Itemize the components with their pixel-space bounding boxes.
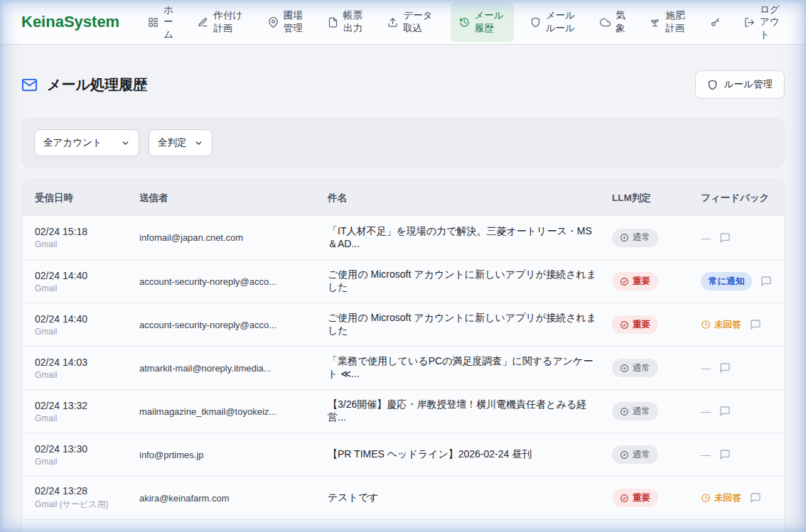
- llm-judgement-badge: 重要: [612, 315, 658, 334]
- sender-email: atmarkit-mail@noreply.itmedia...: [139, 363, 328, 374]
- received-datetime: 02/24 13:30: [35, 443, 139, 455]
- comment-icon: [719, 362, 731, 374]
- shield-icon: [530, 17, 541, 28]
- nav-item-planting-plan[interactable]: 作付け計画: [190, 5, 251, 38]
- mail-subject: テストです: [328, 492, 612, 504]
- document-icon: [328, 17, 338, 28]
- main-content: メール処理履歴 ルール管理 全アカウント 全判定 受信日時 送信者 件名 LLM…: [0, 45, 806, 532]
- received-datetime: 02/24 13:32: [35, 400, 139, 411]
- sender-email: infomail@japan.cnet.com: [139, 232, 328, 243]
- received-datetime: 02/24 13:28: [35, 485, 139, 496]
- nav-item-label: 圃場管理: [284, 9, 304, 34]
- circle-check-icon: [620, 277, 629, 286]
- comment-button[interactable]: [750, 319, 761, 330]
- comment-icon: [750, 319, 761, 330]
- nav-item-label: ログアウト: [760, 4, 780, 41]
- account-label: Gmail: [35, 283, 139, 293]
- account-label: Gmail (サービス用): [35, 499, 139, 511]
- nav-item-label: 作付け計画: [213, 9, 244, 34]
- circle-check-icon: [620, 320, 629, 330]
- table-row[interactable]: 02/24 12:10digital@kochinews.jp四万十福祉専門学校…: [22, 519, 784, 532]
- llm-judgement-badge: 通常: [612, 229, 658, 247]
- page-title: メール処理履歴: [21, 75, 147, 94]
- app-logo[interactable]: KeinaSystem: [21, 13, 119, 31]
- comment-icon: [761, 276, 772, 287]
- table-header-row: 受信日時 送信者 件名 LLM判定 フィードバック: [22, 180, 784, 216]
- nav-item-label: 気象: [616, 9, 626, 34]
- nav-item-logout[interactable]: ログアウト: [737, 0, 788, 45]
- chevron-down-icon: [194, 139, 203, 148]
- nav-item-report-output[interactable]: 帳票出力: [321, 5, 371, 38]
- table-row[interactable]: 02/24 14:40Gmailaccount-security-noreply…: [22, 303, 784, 346]
- table-row[interactable]: 02/24 15:18Gmailinfomail@japan.cnet.com「…: [22, 216, 784, 259]
- nav-item-label: メール履歴: [475, 9, 505, 34]
- feedback-status: 未回答: [701, 492, 741, 504]
- comment-button[interactable]: [719, 362, 731, 374]
- rule-manage-button[interactable]: ルール管理: [695, 70, 785, 99]
- mail-subject: 「IT人材不足」を現場の力で解決。三菱オートリース・MS＆AD...: [328, 225, 612, 251]
- sender-email: info@prtimes.jp: [139, 450, 328, 460]
- comment-icon: [719, 232, 731, 244]
- circle-check-icon: [620, 494, 629, 503]
- history-icon: [459, 17, 470, 28]
- map-pin-icon: [268, 17, 279, 28]
- page-title-text: メール処理履歴: [47, 75, 147, 94]
- table-row[interactable]: 02/24 14:40Gmailaccount-security-noreply…: [22, 259, 784, 303]
- mail-subject: ご使用の Microsoft アカウントに新しいアプリが接続されました: [328, 312, 612, 337]
- nav-item-fertilizer-plan[interactable]: 施肥計画: [643, 5, 693, 38]
- home-grid-icon: [148, 17, 158, 28]
- mail-icon: [21, 77, 38, 93]
- table-row[interactable]: 02/24 14:03Gmailatmarkit-mail@noreply.it…: [22, 346, 784, 389]
- table-row[interactable]: 02/24 13:32Gmailmailmagazine_tkmail@toyo…: [22, 389, 784, 433]
- nav-item-weather[interactable]: 気象: [593, 5, 633, 38]
- llm-judgement-badge: 重要: [612, 272, 658, 291]
- comment-button[interactable]: [719, 449, 731, 460]
- comment-icon: [750, 492, 761, 504]
- sender-email: mailmagazine_tkmail@toyokeiz...: [139, 406, 328, 417]
- nav-item-label: 帳票出力: [343, 9, 364, 34]
- comment-icon: [719, 449, 731, 460]
- upload-icon: [387, 17, 398, 28]
- account-filter-select[interactable]: 全アカウント: [34, 129, 139, 156]
- sender-email: akira@keinafarm.com: [139, 493, 328, 504]
- circle-dot-icon: [620, 407, 629, 416]
- table-row[interactable]: 02/24 13:30Gmailinfo@prtimes.jp【PR TIMES…: [22, 433, 784, 476]
- circle-dot-icon: [620, 233, 629, 242]
- llm-judgement-badge: 通常: [612, 359, 658, 377]
- nav-item-home[interactable]: ホーム: [141, 0, 181, 45]
- llm-judgement-badge: 通常: [612, 402, 658, 420]
- nav-item-mail-history[interactable]: メール履歴: [451, 2, 514, 41]
- table-body: 02/24 15:18Gmailinfomail@japan.cnet.com「…: [22, 216, 784, 532]
- nav-item-mail-rules[interactable]: メールルール: [523, 5, 584, 38]
- rule-manage-label: ルール管理: [724, 78, 773, 91]
- comment-button[interactable]: [719, 232, 731, 244]
- llm-judgement-badge: 重要: [612, 489, 658, 507]
- account-label: Gmail: [35, 457, 139, 467]
- feedback-badge: 常に通知: [701, 272, 752, 291]
- table-row[interactable]: 02/24 13:28Gmail (サービス用)akira@keinafarm.…: [22, 476, 784, 519]
- main-nav: ホーム作付け計画圃場管理帳票出力データ取込メール履歴メールルール気象施肥計画ログ…: [141, 0, 788, 45]
- circle-dot-icon: [620, 450, 629, 460]
- comment-button[interactable]: [750, 492, 761, 504]
- column-header-judgement: LLM判定: [612, 192, 701, 205]
- sprout-icon: [650, 17, 660, 28]
- feedback-empty: —: [701, 362, 711, 374]
- column-header-feedback: フィードバック: [701, 192, 784, 205]
- mail-subject: 【PR TIMES ヘッドライン】2026-02-24 昼刊: [328, 448, 612, 461]
- feedback-empty: —: [701, 406, 711, 417]
- judgement-filter-select[interactable]: 全判定: [149, 129, 213, 156]
- account-label: Gmail: [35, 370, 139, 380]
- nav-item-field-management[interactable]: 圃場管理: [261, 5, 311, 38]
- column-header-subject: 件名: [328, 192, 612, 205]
- received-datetime: 02/24 14:40: [35, 270, 139, 281]
- feedback-empty: —: [701, 449, 711, 460]
- received-datetime: 02/24 14:03: [35, 357, 139, 368]
- nav-item-data-import[interactable]: データ取込: [380, 5, 441, 38]
- comment-button[interactable]: [761, 276, 772, 287]
- sender-email: account-security-noreply@acco...: [139, 276, 328, 287]
- shield-icon: [707, 80, 718, 90]
- nav-item-key[interactable]: [703, 13, 728, 32]
- chevron-down-icon: [121, 139, 130, 148]
- nav-item-label: 施肥計画: [665, 9, 686, 34]
- comment-button[interactable]: [719, 406, 731, 417]
